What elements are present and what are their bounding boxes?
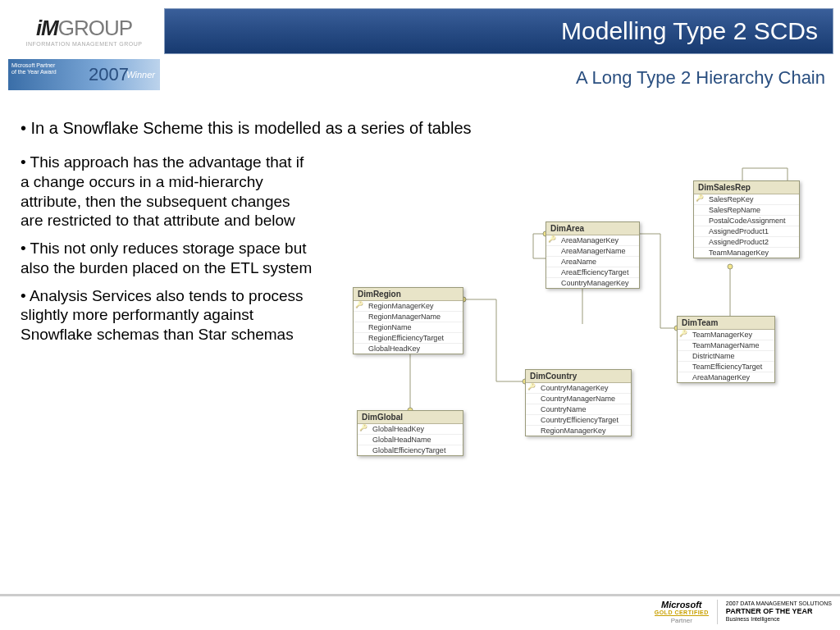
bullet-item: This approach has the advantage that if … bbox=[21, 153, 316, 231]
logo-mark: iM bbox=[36, 16, 58, 40]
table-column: GlobalHeadKey bbox=[358, 424, 463, 435]
footer-partner: Partner bbox=[655, 615, 709, 624]
table-column: AssignedProduct1 bbox=[694, 226, 799, 237]
table-dimglobal: DimGlobal GlobalHeadKey GlobalHeadName G… bbox=[357, 410, 463, 456]
table-column: CountryName bbox=[526, 404, 631, 415]
footer-award-main: PARTNER OF THE YEAR bbox=[726, 607, 832, 616]
bullet-list: This approach has the advantage that if … bbox=[21, 153, 316, 345]
table-column: TeamEfficiencyTarget bbox=[678, 362, 774, 372]
table-column: CountryEfficiencyTarget bbox=[526, 415, 631, 426]
table-column: CountryManagerKey bbox=[526, 383, 631, 394]
table-header: DimRegion bbox=[354, 288, 463, 301]
bullet-item: Analysis Services also tends to process … bbox=[21, 286, 316, 345]
table-column: AreaEfficiencyTarget bbox=[546, 267, 639, 278]
table-header: DimTeam bbox=[678, 317, 774, 330]
table-column: AreaName bbox=[546, 257, 639, 267]
slide-subtitle: A Long Type 2 Hierarchy Chain bbox=[576, 67, 825, 89]
table-dimarea: DimArea AreaManagerKey AreaManagerName A… bbox=[546, 221, 640, 289]
table-column: TeamManagerKey bbox=[678, 330, 774, 340]
logo-rest: GROUP bbox=[58, 16, 132, 40]
table-column: RegionManagerKey bbox=[354, 301, 463, 312]
table-column: AreaManagerKey bbox=[678, 372, 774, 382]
table-column: AreaManagerName bbox=[546, 246, 639, 257]
badge-line2: of the Year Award bbox=[11, 69, 57, 75]
table-column: CountryManagerKey bbox=[546, 278, 639, 288]
table-column: RegionManagerKey bbox=[526, 426, 631, 436]
table-header: DimSalesRep bbox=[694, 181, 799, 194]
title-bar: Modelling Type 2 SCDs bbox=[164, 8, 833, 54]
footer-award-sub: Business Intelligence bbox=[726, 616, 832, 623]
schema-diagram: DimRegion RegionManagerKey RegionManager… bbox=[353, 164, 829, 492]
table-header: DimArea bbox=[546, 222, 639, 235]
table-column: RegionEfficiencyTarget bbox=[354, 333, 463, 344]
slide-header: iMGROUP INFORMATION MANAGEMENT GROUP Mod… bbox=[0, 0, 840, 98]
slide-footer: Microsoft GOLD CERTIFIED Partner 2007 DA… bbox=[0, 594, 840, 627]
table-header: DimCountry bbox=[526, 370, 631, 383]
footer-separator bbox=[717, 600, 718, 624]
badge-year: 2007 bbox=[89, 64, 129, 85]
table-dimsalesrep: DimSalesRep SalesRepKey SalesRepName Pos… bbox=[693, 180, 800, 258]
table-column: GlobalHeadName bbox=[358, 435, 463, 445]
badge-winner: Winner bbox=[126, 70, 155, 80]
table-column: PostalCodeAssignment bbox=[694, 216, 799, 226]
table-header: DimGlobal bbox=[358, 411, 463, 424]
bullet-item: This not only reduces storage space but … bbox=[21, 239, 316, 278]
table-column: GlobalEfficiencyTarget bbox=[358, 445, 463, 455]
logo-tagline: INFORMATION MANAGEMENT GROUP bbox=[25, 41, 142, 47]
table-dimcountry: DimCountry CountryManagerKey CountryMana… bbox=[525, 369, 632, 436]
table-column: RegionName bbox=[354, 322, 463, 333]
table-column: SalesRepName bbox=[694, 205, 799, 216]
intro-bullet: In a Snowflake Scheme this is modelled a… bbox=[21, 119, 824, 138]
table-column: AssignedProduct2 bbox=[694, 237, 799, 248]
footer-gold: GOLD CERTIFIED bbox=[655, 609, 709, 615]
company-logo: iMGROUP INFORMATION MANAGEMENT GROUP bbox=[8, 8, 160, 53]
footer-ms: Microsoft bbox=[655, 600, 709, 609]
badge-line1: Microsoft Partner bbox=[11, 62, 55, 68]
ms-cert-badge: Microsoft GOLD CERTIFIED Partner bbox=[655, 600, 709, 624]
table-column: CountryManagerName bbox=[526, 394, 631, 404]
table-dimregion: DimRegion RegionManagerKey RegionManager… bbox=[353, 287, 463, 354]
table-column: AreaManagerKey bbox=[546, 235, 639, 246]
table-column: DistrictName bbox=[678, 351, 774, 362]
table-column: TeamManagerKey bbox=[694, 248, 799, 258]
award-badge: Microsoft Partnerof the Year Award 2007 … bbox=[8, 59, 160, 90]
table-column: TeamManagerName bbox=[678, 340, 774, 351]
table-column: GlobalHeadKey bbox=[354, 344, 463, 354]
slide-title: Modelling Type 2 SCDs bbox=[561, 17, 818, 45]
footer-award-top: 2007 DATA MANAGEMENT SOLUTIONS bbox=[726, 600, 832, 607]
table-column: SalesRepKey bbox=[694, 194, 799, 205]
table-dimteam: DimTeam TeamManagerKey TeamManagerName D… bbox=[677, 316, 775, 383]
svg-point-6 bbox=[728, 264, 733, 269]
partner-award-badge: 2007 DATA MANAGEMENT SOLUTIONS PARTNER O… bbox=[726, 600, 832, 623]
table-column: RegionManagerName bbox=[354, 312, 463, 322]
